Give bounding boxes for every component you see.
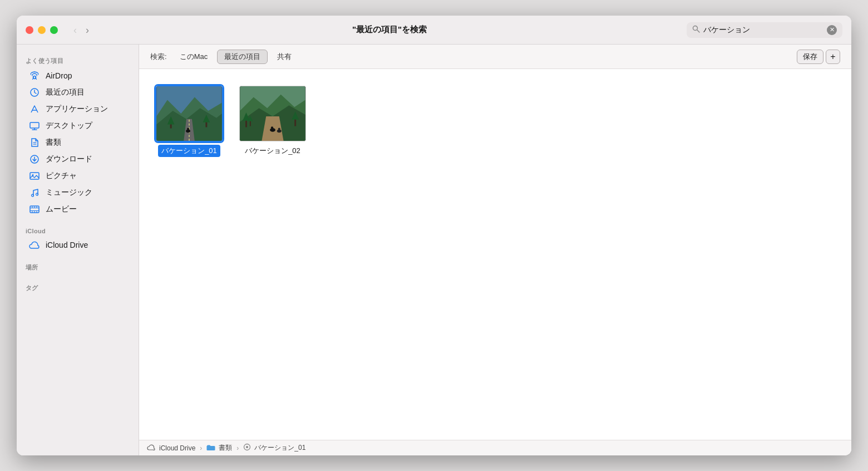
svg-point-49 xyxy=(271,126,273,129)
airdrop-label: AirDrop xyxy=(46,71,72,80)
status-sep-1: › xyxy=(200,444,202,452)
recents-icon xyxy=(29,87,40,98)
search-label: 検索: xyxy=(150,52,167,62)
sidebar-item-documents[interactable]: 書類 xyxy=(20,134,135,151)
file-grid: バケーション_01 xyxy=(139,69,851,440)
nav-buttons: ‹ › xyxy=(70,24,92,36)
sidebar-item-pictures[interactable]: ピクチャ xyxy=(20,168,135,184)
file-item[interactable]: バケーション_01 xyxy=(156,86,223,157)
file-thumbnail-02[interactable] xyxy=(239,86,306,141)
sidebar-section-favorites: よく使う項目 xyxy=(17,53,139,67)
file-thumbnail-01[interactable] xyxy=(156,86,223,141)
status-filename-label: バケーション_01 xyxy=(254,443,305,453)
airdrop-icon xyxy=(29,70,40,81)
icloud-drive-icon xyxy=(29,239,40,251)
scope-this-mac-button[interactable]: このMac xyxy=(172,50,215,64)
minimize-button[interactable] xyxy=(38,26,46,34)
sidebar-item-recents[interactable]: 最近の項目 xyxy=(20,84,135,101)
titlebar: ‹ › "最近の項目"を検索 ✕ xyxy=(17,16,851,45)
status-folder-icon xyxy=(206,443,215,453)
svg-point-53 xyxy=(246,446,248,448)
sidebar-item-music[interactable]: ミュージック xyxy=(20,184,135,201)
sidebar: よく使う項目 AirDrop xyxy=(17,45,139,455)
music-icon xyxy=(29,187,40,198)
status-icloud-label: iCloud Drive xyxy=(159,444,195,452)
svg-line-1 xyxy=(697,30,699,32)
svg-rect-7 xyxy=(30,122,39,128)
sidebar-item-desktop[interactable]: デスクトップ xyxy=(20,117,135,134)
applications-icon xyxy=(29,104,40,115)
maximize-button[interactable] xyxy=(50,26,58,34)
svg-point-16 xyxy=(32,194,34,197)
save-button[interactable]: 保存 xyxy=(797,50,823,64)
search-icon xyxy=(692,25,700,35)
toolbar: 検索: このMac 最近の項目 共有 保存 + xyxy=(139,45,851,69)
file-label-01: バケーション_01 xyxy=(158,145,220,157)
recents-label: 最近の項目 xyxy=(46,87,85,97)
downloads-label: ダウンロード xyxy=(46,154,92,164)
icloud-drive-label: iCloud Drive xyxy=(46,241,88,249)
finder-window: ‹ › "最近の項目"を検索 ✕ よく使う項目 xyxy=(17,16,851,455)
svg-rect-44 xyxy=(250,121,251,126)
pictures-label: ピクチャ xyxy=(46,171,77,181)
pictures-icon xyxy=(29,170,40,181)
file-item[interactable]: バケーション_02 xyxy=(239,86,306,157)
desktop-label: デスクトップ xyxy=(46,121,92,131)
scope-shared-button[interactable]: 共有 xyxy=(270,50,299,64)
sidebar-section-icloud: iCloud xyxy=(17,224,139,237)
statusbar: iCloud Drive › 書類 › バケーション_01 xyxy=(139,440,851,455)
body: よく使う項目 AirDrop xyxy=(17,45,851,455)
sidebar-item-movies[interactable]: ムービー xyxy=(20,201,135,218)
window-title: "最近の項目"を検索 xyxy=(98,24,681,35)
documents-label: 書類 xyxy=(46,138,61,148)
sidebar-item-airdrop[interactable]: AirDrop xyxy=(20,67,135,84)
downloads-icon xyxy=(29,154,40,165)
close-button[interactable] xyxy=(26,26,33,34)
search-bar[interactable]: ✕ xyxy=(687,22,842,38)
svg-rect-14 xyxy=(30,173,39,179)
status-cloud-icon xyxy=(147,444,156,452)
traffic-lights xyxy=(26,26,58,34)
status-file-icon xyxy=(243,443,251,453)
applications-label: アプリケーション xyxy=(46,104,108,114)
sidebar-item-applications[interactable]: アプリケーション xyxy=(20,101,135,117)
movies-label: ムービー xyxy=(46,204,77,214)
sidebar-item-icloud-drive[interactable]: iCloud Drive xyxy=(20,237,135,253)
search-clear-button[interactable]: ✕ xyxy=(827,25,837,35)
add-button[interactable]: + xyxy=(826,50,840,64)
scope-recents-button[interactable]: 最近の項目 xyxy=(217,50,268,64)
music-label: ミュージック xyxy=(46,188,92,198)
sidebar-section-tags: タグ xyxy=(17,281,139,295)
svg-point-37 xyxy=(187,127,189,130)
sidebar-section-locations: 場所 xyxy=(17,260,139,274)
file-label-02: バケーション_02 xyxy=(241,145,304,157)
status-sep-2: › xyxy=(236,444,239,452)
main-content: 検索: このMac 最近の項目 共有 保存 + xyxy=(139,45,851,455)
forward-button[interactable]: › xyxy=(82,24,92,36)
sidebar-item-downloads[interactable]: ダウンロード xyxy=(20,151,135,168)
desktop-icon xyxy=(29,120,40,131)
svg-point-17 xyxy=(36,193,38,195)
search-input[interactable] xyxy=(703,26,823,35)
svg-point-51 xyxy=(278,127,280,130)
movies-icon xyxy=(29,204,40,215)
documents-icon xyxy=(29,137,40,148)
back-button[interactable]: ‹ xyxy=(70,24,80,36)
status-documents-label: 書類 xyxy=(219,443,232,453)
